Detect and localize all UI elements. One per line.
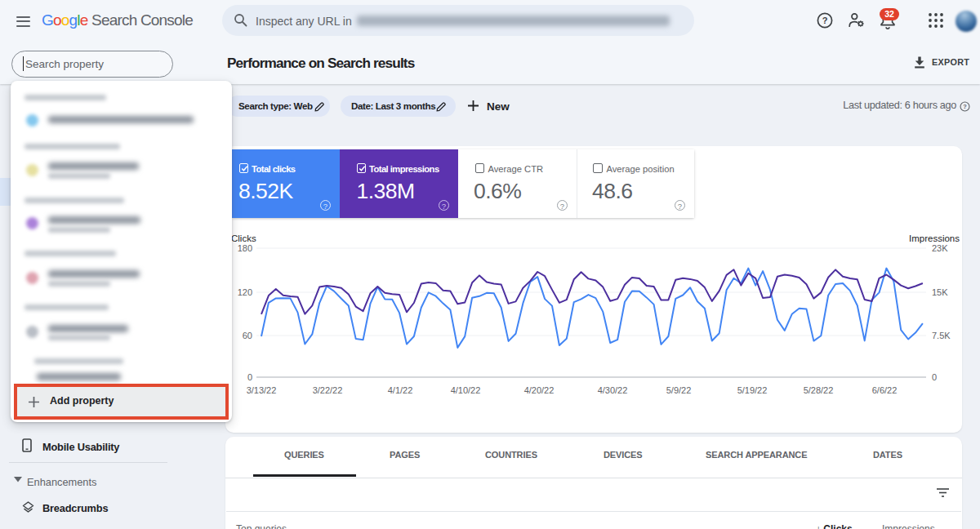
svg-text:?: ? (963, 103, 967, 110)
svg-text:?: ? (822, 16, 828, 25)
